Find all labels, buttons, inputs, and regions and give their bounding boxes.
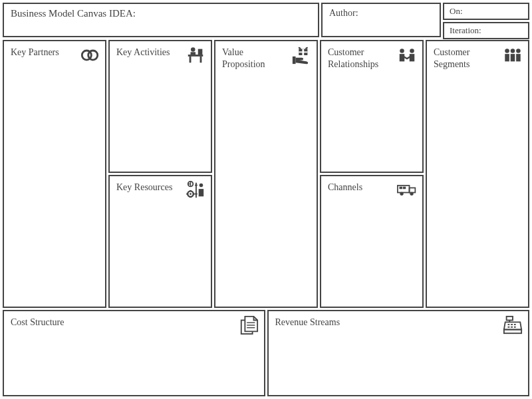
bottom-row: Cost Structure Revenue Streams xyxy=(3,310,529,396)
resources-icon xyxy=(186,180,205,200)
label-customer-segments: Customer Segments xyxy=(434,47,499,70)
col-activities-resources: Key Activities Key Resources xyxy=(108,40,212,308)
desk-person-icon xyxy=(186,45,205,65)
canvas-title-box: Business Model Canvas IDEA: xyxy=(3,3,319,37)
iteration-label: Iteration: xyxy=(450,25,481,35)
svg-rect-37 xyxy=(516,54,521,61)
col-relationships-channels: Customer Relationships Channels xyxy=(320,40,424,308)
svg-rect-50 xyxy=(514,327,516,328)
svg-rect-36 xyxy=(511,54,515,61)
svg-rect-13 xyxy=(190,196,192,198)
author-label: Author: xyxy=(329,8,358,18)
cell-key-partners: Key Partners xyxy=(3,40,106,308)
col-value-proposition: Value Proposition xyxy=(214,40,318,308)
rings-icon xyxy=(80,45,100,65)
label-cost-structure: Cost Structure xyxy=(11,317,196,329)
author-box: Author: xyxy=(321,3,441,37)
svg-point-24 xyxy=(400,49,404,53)
main-grid: Key Partners Key Activities xyxy=(3,40,529,308)
cell-revenue-streams: Revenue Streams xyxy=(267,310,530,396)
col-customer-segments: Customer Segments xyxy=(426,40,529,308)
truck-icon xyxy=(397,180,417,200)
svg-rect-15 xyxy=(194,193,195,195)
label-revenue-streams: Revenue Streams xyxy=(275,317,460,329)
svg-rect-3 xyxy=(188,55,203,57)
svg-rect-12 xyxy=(190,190,192,192)
cell-channels: Channels xyxy=(320,175,424,308)
svg-rect-48 xyxy=(508,327,510,328)
svg-point-25 xyxy=(410,49,414,53)
header-row: Business Model Canvas IDEA: Author: On: … xyxy=(3,3,529,37)
svg-rect-4 xyxy=(198,49,203,55)
svg-rect-28 xyxy=(400,187,402,190)
svg-rect-45 xyxy=(508,324,510,325)
svg-point-30 xyxy=(400,192,403,196)
cash-register-icon xyxy=(503,315,523,335)
handshake-icon xyxy=(397,45,417,65)
gift-hand-icon xyxy=(291,45,311,65)
svg-point-32 xyxy=(505,49,509,53)
label-channels: Channels xyxy=(328,182,394,194)
people-group-icon xyxy=(503,45,523,65)
documents-icon xyxy=(239,315,259,335)
cell-value-proposition: Value Proposition xyxy=(214,40,318,308)
svg-rect-47 xyxy=(514,324,516,325)
svg-rect-44 xyxy=(504,330,521,334)
svg-rect-27 xyxy=(410,188,416,192)
on-box: On: xyxy=(443,3,529,20)
svg-point-34 xyxy=(516,49,521,53)
cell-key-activities: Key Activities xyxy=(108,40,212,173)
svg-rect-42 xyxy=(507,317,513,321)
cell-customer-segments: Customer Segments xyxy=(426,40,529,308)
col-key-partners: Key Partners xyxy=(3,40,106,308)
on-label: On: xyxy=(450,6,463,16)
label-key-partners: Key Partners xyxy=(11,47,76,59)
svg-rect-14 xyxy=(186,193,188,195)
label-customer-relationships: Customer Relationships xyxy=(328,47,394,70)
business-model-canvas: Business Model Canvas IDEA: Author: On: … xyxy=(0,0,532,399)
cell-customer-relationships: Customer Relationships xyxy=(320,40,424,173)
svg-rect-6 xyxy=(200,57,202,63)
svg-rect-46 xyxy=(511,324,513,325)
svg-rect-29 xyxy=(403,187,406,190)
svg-rect-49 xyxy=(511,327,513,328)
iteration-box: Iteration: xyxy=(443,22,529,39)
svg-point-1 xyxy=(88,51,98,60)
meta-column: On: Iteration: xyxy=(443,3,529,37)
svg-point-2 xyxy=(191,47,196,52)
svg-point-19 xyxy=(200,184,203,188)
svg-rect-35 xyxy=(505,54,509,61)
label-value-proposition: Value Proposition xyxy=(222,47,288,70)
cell-cost-structure: Cost Structure xyxy=(3,310,265,396)
svg-point-11 xyxy=(190,193,192,195)
svg-rect-22 xyxy=(299,51,307,53)
svg-point-31 xyxy=(410,192,413,196)
svg-rect-23 xyxy=(293,57,296,64)
cell-key-resources: Key Resources xyxy=(108,175,212,308)
svg-point-33 xyxy=(511,49,515,53)
svg-rect-5 xyxy=(190,57,192,63)
label-key-activities: Key Activities xyxy=(116,47,182,59)
label-key-resources: Key Resources xyxy=(116,182,182,194)
canvas-title-label: Business Model Canvas IDEA: xyxy=(11,8,136,19)
